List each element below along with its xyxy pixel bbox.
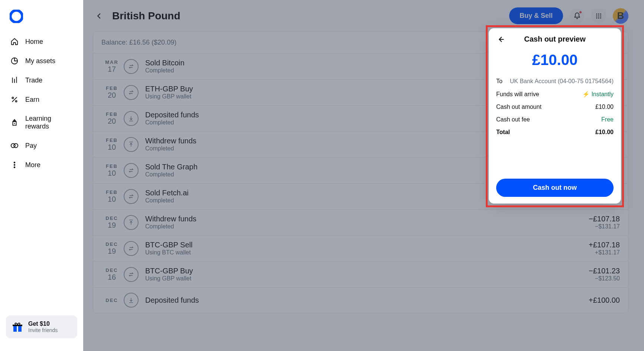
- transaction-date: FEB10: [101, 137, 122, 152]
- transaction-date: FEB20: [101, 85, 122, 100]
- modal-row-label: Funds will arrive: [496, 91, 539, 98]
- percent-icon: [10, 95, 19, 104]
- modal-title: Cash out preview: [524, 35, 586, 43]
- svg-point-9: [14, 167, 15, 168]
- transaction-type-icon: [124, 163, 139, 178]
- modal-row-to: To UK Bank Account (04-00-75 01754564): [496, 75, 614, 88]
- modal-row-fee: Cash out fee Free: [496, 113, 614, 126]
- more-icon: [10, 161, 19, 169]
- modal-row-label: Total: [496, 129, 510, 136]
- svg-point-15: [600, 13, 601, 14]
- transaction-type-icon: [124, 137, 139, 152]
- sidebar: Home My assets Trade Earn Learning rewar…: [0, 0, 83, 351]
- sidebar-item-myassets[interactable]: My assets: [0, 51, 83, 71]
- transaction-date: DEC19: [101, 215, 122, 230]
- transaction-type-icon: [124, 111, 139, 126]
- cashout-preview-modal: Cash out preview £10.00 To UK Bank Accou…: [489, 28, 621, 204]
- transaction-amount: −£107.18−$131.17: [589, 215, 620, 230]
- nav: Home My assets Trade Earn Learning rewar…: [0, 32, 83, 175]
- avatar[interactable]: B: [613, 8, 628, 24]
- transaction-date: DEC: [101, 298, 122, 303]
- svg-point-19: [596, 17, 597, 18]
- modal-row-value: ⚡Instantly: [582, 91, 614, 98]
- transaction-row[interactable]: DEC19BTC-GBP SellUsing BTC wallet+£107.1…: [93, 235, 628, 261]
- home-icon: [10, 38, 19, 46]
- modal-amount: £10.00: [496, 52, 614, 68]
- main-area: British Pound Buy & Sell B Balance: £16.…: [83, 0, 644, 351]
- svg-point-13: [596, 13, 597, 14]
- trade-icon: [10, 76, 19, 84]
- transaction-date: FEB10: [101, 189, 122, 204]
- transaction-date: DEC19: [101, 241, 122, 256]
- sidebar-item-learning[interactable]: Learning rewards: [0, 109, 83, 136]
- svg-point-21: [600, 17, 601, 18]
- invite-title: Get $10: [28, 321, 58, 327]
- gift-icon: [12, 321, 23, 332]
- svg-point-8: [14, 164, 15, 166]
- svg-point-16: [596, 15, 597, 16]
- transaction-type-icon: [124, 85, 139, 100]
- modal-row-label: Cash out amount: [496, 104, 541, 110]
- cashout-now-button[interactable]: Cash out now: [496, 179, 614, 197]
- learning-icon: [10, 118, 19, 127]
- transaction-row[interactable]: DEC19Withdrew fundsCompleted−£107.18−$13…: [93, 209, 628, 235]
- transaction-date: MAR17: [101, 59, 122, 74]
- svg-point-3: [12, 97, 13, 98]
- svg-point-17: [598, 15, 599, 16]
- page-header: British Pound Buy & Sell B: [83, 0, 644, 32]
- modal-row-value: £10.00: [595, 104, 614, 110]
- transaction-amount: +£100.00: [589, 296, 620, 305]
- modal-row-value: £10.00: [595, 129, 614, 136]
- transaction-type-icon: [124, 241, 139, 256]
- apps-button[interactable]: [591, 9, 606, 23]
- back-button[interactable]: [93, 10, 105, 22]
- transaction-row[interactable]: DECDeposited funds+£100.00: [93, 287, 628, 313]
- coinbase-logo[interactable]: [9, 9, 24, 24]
- notifications-button[interactable]: [570, 9, 585, 23]
- invite-card[interactable]: Get $10 Invite friends: [6, 315, 77, 338]
- transaction-desc: Sold Fetch.aiCompleted: [145, 189, 189, 204]
- transaction-type-icon: [124, 59, 139, 74]
- modal-row-value: Free: [601, 116, 614, 123]
- svg-point-7: [14, 162, 15, 163]
- page-title: British Pound: [112, 10, 180, 22]
- modal-row-value: UK Bank Account (04-00-75 01754564): [510, 78, 614, 85]
- transaction-type-icon: [124, 293, 139, 308]
- transaction-amount: −£101.23−$123.50: [589, 267, 620, 282]
- svg-point-20: [598, 17, 599, 18]
- pay-icon: [10, 142, 19, 150]
- pie-icon: [10, 57, 19, 65]
- sidebar-item-pay[interactable]: Pay: [0, 136, 83, 155]
- svg-rect-1: [15, 15, 18, 18]
- buy-sell-button[interactable]: Buy & Sell: [509, 7, 563, 24]
- svg-rect-11: [18, 326, 22, 332]
- sidebar-item-label: My assets: [25, 57, 55, 65]
- modal-row-amount: Cash out amount £10.00: [496, 101, 614, 113]
- transaction-type-icon: [124, 215, 139, 230]
- svg-rect-12: [13, 325, 22, 326]
- transaction-row[interactable]: DEC16BTC-GBP BuyUsing GBP wallet−£101.23…: [93, 261, 628, 287]
- sidebar-item-label: Pay: [25, 142, 37, 150]
- transaction-type-icon: [124, 189, 139, 204]
- notification-dot-icon: [579, 10, 582, 14]
- invite-sub: Invite friends: [28, 327, 58, 333]
- sidebar-item-trade[interactable]: Trade: [0, 71, 83, 90]
- transaction-date: DEC16: [101, 267, 122, 282]
- sidebar-item-earn[interactable]: Earn: [0, 90, 83, 109]
- transaction-desc: BTC-GBP SellUsing BTC wallet: [145, 241, 192, 256]
- sidebar-item-more[interactable]: More: [0, 155, 83, 175]
- modal-row-label: Cash out fee: [496, 116, 530, 123]
- modal-back-button[interactable]: [496, 35, 506, 44]
- svg-point-4: [16, 101, 17, 102]
- modal-row-arrive: Funds will arrive ⚡Instantly: [496, 88, 614, 101]
- svg-rect-10: [13, 326, 17, 332]
- transaction-date: FEB20: [101, 111, 122, 126]
- transaction-date: FEB10: [101, 163, 122, 178]
- sidebar-item-label: More: [25, 161, 40, 169]
- svg-point-18: [600, 15, 601, 16]
- sidebar-item-label: Trade: [25, 77, 42, 84]
- transaction-amount: +£107.18+$131.17: [589, 241, 620, 256]
- transaction-desc: Sold BitcoinCompleted: [145, 59, 185, 74]
- sidebar-item-label: Earn: [25, 96, 39, 104]
- sidebar-item-home[interactable]: Home: [0, 32, 83, 51]
